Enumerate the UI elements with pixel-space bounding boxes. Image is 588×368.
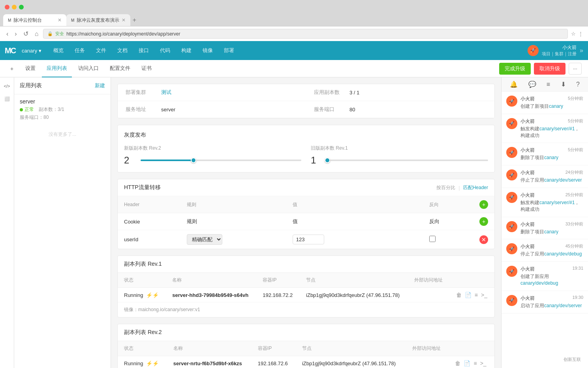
browser-tab-2[interactable]: M 脉冲云灰度发布演示 ✕ xyxy=(66,14,130,26)
notif-text-5: 删除了项目canary xyxy=(520,229,583,235)
info-card: 部署集群 测试 服务地址 server 应用副本数 3 / 1 xyxy=(117,84,495,118)
replica-rev1-header-row: 状态 名称 容器IP 节点 外部访问地址 xyxy=(118,273,494,288)
new-version-thumb[interactable] xyxy=(191,158,196,163)
nav-tasks[interactable]: 任务 xyxy=(69,41,90,60)
nav-deploy[interactable]: 部署 xyxy=(218,41,240,60)
notif-link-8[interactable]: canary/dev/server xyxy=(544,303,582,308)
cancel-upgrade-button[interactable]: 取消升级 xyxy=(534,63,565,75)
log-replica-rev1[interactable]: 📄 xyxy=(465,292,472,298)
notif-link-0[interactable]: canary xyxy=(549,103,563,109)
user-avatar: 🚀 xyxy=(528,45,539,56)
tab-favicon-1: M xyxy=(8,18,11,23)
userid-reverse-checkbox[interactable] xyxy=(429,236,436,242)
app-selector[interactable]: canary ▾ xyxy=(19,46,45,55)
status-running-rev2: Running xyxy=(124,360,143,366)
panel-expand-button[interactable]: » xyxy=(580,47,583,54)
notif-link-6[interactable]: canary/dev/debug xyxy=(544,251,582,257)
col-status-rev1: 状态 xyxy=(118,273,166,288)
notif-link-1[interactable]: canary/server/#1 xyxy=(539,126,575,131)
notif-avatar-8: 🚀 xyxy=(506,295,517,306)
nav-files[interactable]: 文件 xyxy=(90,41,112,60)
notif-item-6: 🚀 小火箭 45分钟前 停止了应用canary/dev/debug xyxy=(502,239,588,262)
subnav-cert[interactable]: 证书 xyxy=(137,60,156,77)
userid-rule-select[interactable]: 精确匹配 前缀匹配 正则匹配 xyxy=(187,234,222,245)
back-button[interactable]: ‹ xyxy=(5,30,10,38)
bell-icon[interactable]: 🔔 xyxy=(510,81,518,88)
add-cookie-row-button[interactable]: + xyxy=(479,217,488,226)
delete-userid-row-button[interactable]: ✕ xyxy=(479,235,488,244)
nav-code[interactable]: 代码 xyxy=(154,41,176,60)
subnav-app-list[interactable]: 应用列表 xyxy=(42,60,72,77)
more-icon[interactable]: ⋮ xyxy=(578,31,583,37)
userid-action: ✕ xyxy=(473,230,494,249)
notif-link-7[interactable]: canary/dev/debug xyxy=(520,280,558,286)
old-version-track[interactable] xyxy=(327,160,488,161)
tabs-bar: M 脉冲云控制台 ✕ M 脉冲云灰度发布演示 ✕ + xyxy=(0,14,588,26)
notif-link-4[interactable]: canary/server/#1 xyxy=(539,200,575,205)
notif-link-5[interactable]: canary xyxy=(544,229,558,235)
download-icon[interactable]: ⬇ xyxy=(561,81,566,88)
detail-replica-rev2[interactable]: ≡ xyxy=(473,360,477,366)
nav-overview[interactable]: 概览 xyxy=(48,41,69,60)
app-status-server: 正常 副本数：3/1 xyxy=(20,106,105,113)
app-item-server[interactable]: server 正常 副本数：3/1 服务端口：80 xyxy=(14,94,111,125)
tab-close-2[interactable]: ✕ xyxy=(122,17,126,23)
notif-item-1: 🚀 小火箭 5分钟前 触发构建canary/server/#1，构建成功 xyxy=(502,114,588,143)
delete-replica-rev2[interactable]: 🗑 xyxy=(455,360,460,366)
notif-text-3: 停止了应用canary/dev/server xyxy=(520,177,583,184)
add-button[interactable]: + xyxy=(6,63,17,74)
subnav-config[interactable]: 配置文件 xyxy=(105,60,135,77)
col-status-rev2: 状态 xyxy=(118,341,167,356)
reload-button[interactable]: ↺ xyxy=(22,29,30,38)
terminal-replica-rev2[interactable]: >_ xyxy=(480,360,487,366)
nav-items: 概览 任务 文件 文档 接口 代码 构建 镜像 部署 xyxy=(48,41,240,60)
detail-replica-rev1[interactable]: ≡ xyxy=(475,292,478,298)
tab-close-1[interactable]: ✕ xyxy=(58,17,62,23)
mode-header[interactable]: 匹配Header xyxy=(463,184,488,191)
new-version-label: 新版副本数 Rev.2 xyxy=(124,145,301,152)
mode-percent[interactable]: 按百分比 xyxy=(436,184,455,191)
new-app-button[interactable]: 新建 xyxy=(95,82,105,89)
nav-docs[interactable]: 文档 xyxy=(112,41,133,60)
sidebar-icon-code[interactable]: </> xyxy=(2,81,13,92)
notif-link-2[interactable]: canary xyxy=(544,155,558,160)
fullscreen-button[interactable] xyxy=(19,5,24,9)
new-tab-button[interactable]: + xyxy=(130,16,138,24)
forward-button[interactable]: › xyxy=(13,30,18,38)
chuangxin-logo: 创新互联 xyxy=(560,355,584,364)
nav-api[interactable]: 接口 xyxy=(133,41,154,60)
log-replica-rev2[interactable]: 📄 xyxy=(464,360,470,366)
sidebar-icon-extra[interactable]: ⬜ xyxy=(2,93,13,104)
cookie-label: Cookie xyxy=(118,213,180,230)
add-header-row-button[interactable]: + xyxy=(479,200,488,209)
app-name-rev2: server-nrtu-f6b75d9bf-x6kzs xyxy=(173,360,242,366)
notif-content-8: 小火箭 19:30 启动了应用canary/dev/server xyxy=(520,295,583,309)
browser-tab-1[interactable]: M 脉冲云控制台 ✕ xyxy=(3,14,66,26)
subnav-access[interactable]: 访问入口 xyxy=(73,60,103,77)
minimize-button[interactable] xyxy=(12,5,17,9)
delete-replica-rev1[interactable]: 🗑 xyxy=(456,292,462,298)
notif-link-3[interactable]: canary/dev/server xyxy=(544,177,582,183)
userid-rule: 精确匹配 前缀匹配 正则匹配 xyxy=(180,230,286,249)
more-options-button[interactable]: ··· xyxy=(569,63,582,75)
address-input[interactable]: 🔒 安全 https://maichong.io/canary/deployme… xyxy=(43,29,568,39)
port-label: 服务端口 xyxy=(314,106,349,113)
cluster-label: 部署集群 xyxy=(126,89,161,96)
close-button[interactable] xyxy=(5,5,9,9)
subnav-settings[interactable]: 设置 xyxy=(21,60,40,77)
terminal-replica-rev1[interactable]: >_ xyxy=(481,292,487,298)
help-icon[interactable]: ? xyxy=(576,81,580,88)
col-header: Header xyxy=(118,196,180,213)
list-icon[interactable]: ≡ xyxy=(547,81,550,88)
bookmark-icon[interactable]: ☆ xyxy=(571,31,576,37)
home-button[interactable]: ⌂ xyxy=(33,30,40,38)
userid-value-input[interactable] xyxy=(293,235,324,244)
cluster-value[interactable]: 测试 xyxy=(161,89,171,96)
nav-build[interactable]: 构建 xyxy=(176,41,197,60)
chat-icon[interactable]: 💬 xyxy=(528,81,536,88)
nav-image[interactable]: 镜像 xyxy=(197,41,218,60)
old-version-thumb[interactable] xyxy=(325,158,330,163)
complete-upgrade-button[interactable]: 完成升级 xyxy=(499,63,531,75)
new-version-track[interactable] xyxy=(141,160,301,161)
new-version-slider: 新版副本数 Rev.2 2 xyxy=(124,145,301,166)
